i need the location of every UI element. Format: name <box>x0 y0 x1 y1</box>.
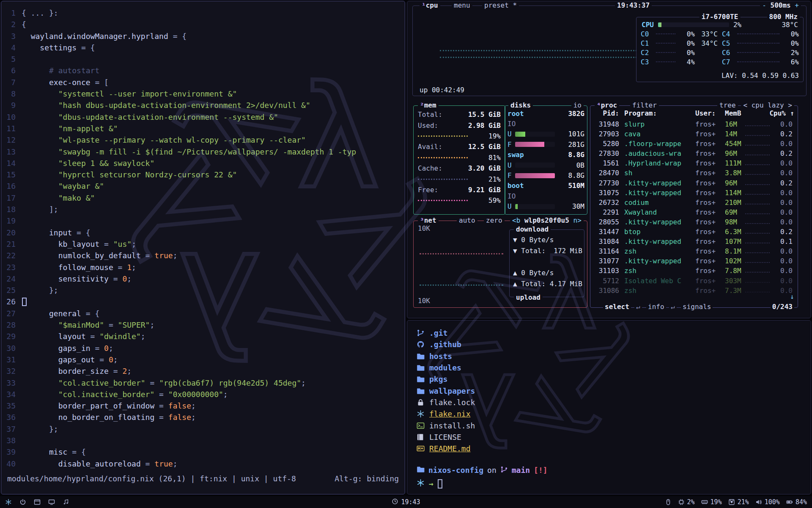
core-name: C7 <box>722 58 734 66</box>
process-row[interactable]: 28470shfros+3.8M0.0 <box>590 169 798 179</box>
cpu-usage-percent: 2% <box>733 21 741 29</box>
process-row[interactable]: 27830.audacious-wrafros+96M0.2 <box>590 149 798 159</box>
process-meter <box>745 184 770 185</box>
mem-percent: 21% <box>488 175 501 183</box>
preset-button[interactable]: preset * <box>482 1 519 9</box>
process-row[interactable]: 31075.kitty-wrappedfros+114M0.0 <box>590 189 798 199</box>
process-row[interactable]: 31084.kitty-wrappedfros+107M0.1 <box>590 237 798 247</box>
power-icon[interactable] <box>19 499 26 505</box>
net-zero-button[interactable]: zero <box>484 216 505 224</box>
filter-button[interactable]: filter <box>630 101 659 109</box>
process-cpu: 0.0 <box>774 247 793 255</box>
column-pid[interactable]: Pid: <box>593 109 619 117</box>
process-user: fros+ <box>695 257 716 265</box>
bar-item-volume[interactable]: 100% <box>755 498 780 506</box>
interval-decrease[interactable]: - <box>762 1 766 9</box>
process-panel-title[interactable]: ⁴proc <box>595 101 619 109</box>
network-panel-title[interactable]: ³net <box>418 216 439 224</box>
code-token: "nm-applet &" <box>58 124 118 133</box>
scroll-down-icon[interactable]: ↓ <box>790 293 794 301</box>
code-text: }; <box>22 425 58 433</box>
memory-panel-index: ² <box>420 101 424 109</box>
process-mem: 111M <box>725 159 741 167</box>
window-icon[interactable] <box>34 499 41 505</box>
bar-item-battery[interactable]: 84% <box>786 498 807 506</box>
process-pid: 5712 <box>593 277 619 285</box>
column-mem[interactable]: MemB <box>725 109 741 117</box>
process-row[interactable]: 26732codiumfros+210M0.0 <box>590 199 798 208</box>
music-icon[interactable] <box>63 499 69 505</box>
enter-icon: ↵ <box>634 303 642 311</box>
mem-meter <box>418 200 468 201</box>
net-interface-selector[interactable]: <b wlp0s20f0u5 n> <box>510 216 584 224</box>
column-cpu[interactable]: Cpu% <box>767 109 786 117</box>
process-row[interactable]: 27730.kitty-wrappedfros+96M0.2 <box>590 179 798 189</box>
process-row[interactable]: 1561.Hyprland-wrapfros+111M0.0 <box>590 159 798 169</box>
process-row[interactable]: 31086zshfros+7.3M0.0 <box>590 287 798 296</box>
code-token: = <box>104 320 118 329</box>
process-row[interactable]: 31103zshfros+7.8M0.0 <box>590 267 798 276</box>
update-interval-control[interactable]: - 500ms + <box>760 1 801 9</box>
upload-total: ▲ Total: 4.17 MiB <box>513 280 582 288</box>
editor-window[interactable]: 1{ ... }:2{3 wayland.windowManager.hyprl… <box>1 1 405 494</box>
process-name: btop <box>624 228 641 236</box>
core-usage: 2% <box>783 49 799 57</box>
column-user[interactable]: User: <box>695 109 716 117</box>
process-table-header[interactable]: Pid: Program: User: MemB Cpu% ↑ <box>590 109 798 119</box>
net-next-iface[interactable]: n> <box>573 216 582 224</box>
editor-line: 14 "sleep 1 && swaylock" <box>1 157 405 169</box>
process-row[interactable]: 31164zshfros+8.1M0.0 <box>590 247 798 257</box>
column-program[interactable]: Program: <box>624 109 657 117</box>
cpu-label: CPU <box>642 21 654 29</box>
disk-list: root382GIOU101GF281Gswap8.8GU0BF8.8Gboot… <box>505 108 587 212</box>
process-mem: 102M <box>725 257 741 265</box>
nix-icon[interactable] <box>5 499 12 505</box>
status-bar-left <box>5 499 69 505</box>
github-icon <box>417 340 425 348</box>
interval-increase[interactable]: + <box>795 1 799 9</box>
tree-button[interactable]: tree <box>717 101 738 109</box>
net-prev-iface[interactable]: <b <box>512 216 520 224</box>
bar-item-chip[interactable]: 2% <box>678 498 695 506</box>
editor-statusline: modules/home/hyprland/config.nix (26,1) … <box>7 474 399 483</box>
process-row[interactable]: 31948slurpfros+16M0.0 <box>590 120 798 130</box>
cpu-panel-title[interactable]: ¹cpu <box>420 1 440 9</box>
signals-hint[interactable]: signals <box>681 303 713 311</box>
process-row[interactable]: 28055.kitty-wrappedfros+98M0.0 <box>590 218 798 228</box>
process-list[interactable]: 31948slurpfros+16M0.027903cavafros+14M0.… <box>590 120 798 300</box>
process-row[interactable]: 2291Xwaylandfros+69M0.0 <box>590 208 798 218</box>
memory-panel-title[interactable]: ²mem <box>418 101 439 109</box>
disk-row: U101G <box>505 129 587 139</box>
disk-row: F8.8G <box>505 170 587 180</box>
net-auto-button[interactable]: auto <box>457 216 477 224</box>
file-entry: README.md <box>417 443 475 454</box>
process-user: fros+ <box>695 120 716 128</box>
bar-item-ram[interactable]: 19% <box>701 498 722 506</box>
mem-stat-row: Cache:3.20 GiB <box>414 163 505 174</box>
core-meter <box>737 33 779 34</box>
process-panel-index: ⁴ <box>597 101 601 109</box>
bar-item-disk[interactable]: 21% <box>728 498 749 506</box>
process-cpu: 0.2 <box>774 130 793 138</box>
load-average: LAV: 0.54 0.59 0.63 <box>721 72 799 80</box>
mem-meter <box>418 157 468 158</box>
shell-input-line[interactable]: → <box>417 479 442 489</box>
select-hint[interactable]: select <box>603 303 631 311</box>
code-token: 0 <box>122 274 127 283</box>
process-row[interactable]: 31077.kitty-wrappedfros+102M0.0 <box>590 257 798 267</box>
display-icon[interactable] <box>48 499 55 505</box>
sort-selector[interactable]: < cpu lazy > <box>741 101 794 109</box>
process-row[interactable]: 31447btopfros+6.3M0.2 <box>590 228 798 237</box>
process-row[interactable]: 5280.floorp-wrappefros+454M0.0 <box>590 140 798 149</box>
terminal-window[interactable]: .git.githubhostsmodulespkgswallpapersfla… <box>407 320 811 494</box>
info-hint[interactable]: info <box>646 303 666 311</box>
btop-window[interactable]: ¹cpu menu preset * 19:43:37 - 500ms + i7… <box>407 1 811 318</box>
process-name: .Hyprland-wrap <box>624 159 681 167</box>
clock-widget[interactable]: 19:43 <box>392 498 420 506</box>
bar-item-mouse[interactable] <box>665 499 672 505</box>
code-token: "0x00000000" <box>168 390 223 399</box>
process-row[interactable]: 5712Isolated Web Cfros+303M0.0 <box>590 277 798 287</box>
process-row[interactable]: 27903cavafros+14M0.2 <box>590 130 798 140</box>
code-token: = <box>154 413 168 422</box>
menu-button[interactable]: menu <box>452 1 472 9</box>
